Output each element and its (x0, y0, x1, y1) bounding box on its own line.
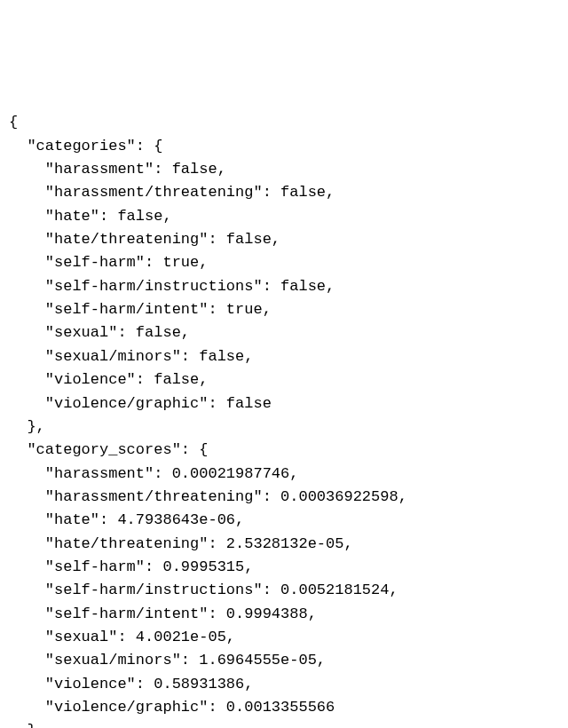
scores-harassment-threatening: "harassment/threatening": 0.00036922598, (9, 486, 559, 509)
categories-harassment-threatening: "harassment/threatening": false, (9, 181, 559, 204)
categories-sexual-minors: "sexual/minors": false, (9, 345, 559, 368)
category-scores-key: "category_scores": { (9, 439, 559, 462)
scores-close-brace: }, (9, 719, 559, 728)
categories-hate-threatening: "hate/threatening": false, (9, 228, 559, 251)
scores-hate: "hate": 4.7938643e-06, (9, 509, 559, 532)
categories-violence-graphic: "violence/graphic": false (9, 392, 559, 415)
categories-self-harm-instructions: "self-harm/instructions": false, (9, 275, 559, 298)
scores-violence-graphic: "violence/graphic": 0.0013355566 (9, 696, 559, 719)
categories-close-brace: }, (9, 415, 559, 439)
categories-hate: "hate": false, (9, 205, 559, 228)
json-code-block: { "categories": { "harassment": false, "… (9, 111, 559, 728)
scores-sexual: "sexual": 4.0021e-05, (9, 626, 559, 649)
scores-self-harm-instructions: "self-harm/instructions": 0.0052181524, (9, 579, 559, 602)
categories-self-harm-intent: "self-harm/intent": true, (9, 298, 559, 321)
scores-sexual-minors: "sexual/minors": 1.6964555e-05, (9, 649, 559, 672)
scores-harassment: "harassment": 0.00021987746, (9, 463, 559, 486)
categories-sexual: "sexual": false, (9, 321, 559, 344)
scores-hate-threatening: "hate/threatening": 2.5328132e-05, (9, 533, 559, 556)
scores-self-harm-intent: "self-harm/intent": 0.9994388, (9, 603, 559, 626)
categories-harassment: "harassment": false, (9, 158, 559, 181)
categories-self-harm: "self-harm": true, (9, 251, 559, 274)
json-open-brace: { (9, 111, 559, 134)
categories-key: "categories": { (9, 135, 559, 158)
categories-violence: "violence": false, (9, 368, 559, 392)
scores-self-harm: "self-harm": 0.9995315, (9, 556, 559, 579)
scores-violence: "violence": 0.58931386, (9, 673, 559, 696)
